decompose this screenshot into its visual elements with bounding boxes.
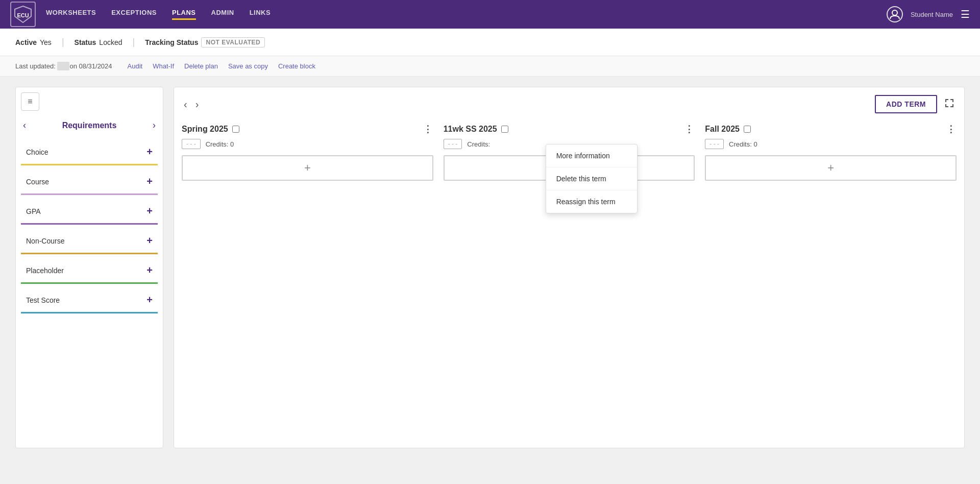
req-gpa-add-button[interactable]: +	[146, 205, 153, 217]
active-label: Active	[15, 38, 37, 46]
term-spring-header: Spring 2025 ⋮	[182, 124, 433, 135]
terms-right-actions: ADD TERM	[875, 95, 957, 113]
term-fall-header: Fall 2025 ⋮	[705, 124, 957, 135]
req-course-add-button[interactable]: +	[146, 176, 153, 187]
term-fall-title-area: Fall 2025	[705, 125, 751, 134]
audit-link[interactable]: Audit	[128, 62, 143, 70]
nav-username: Student Name	[911, 11, 953, 18]
term-fall-credits-row: - - - Credits: 0	[705, 139, 957, 149]
term-11wk-menu-dots[interactable]: ⋮	[684, 124, 695, 135]
ecu-logo: ECU	[10, 2, 36, 27]
terms-header: ‹ › ADD TERM	[182, 95, 957, 113]
term-fall-id-badge: - - -	[705, 139, 724, 149]
req-item-placeholder: Placeholder +	[21, 258, 158, 284]
term-11wk-title-area: 11wk SS 2025	[444, 125, 508, 134]
req-testscore-add-button[interactable]: +	[146, 294, 153, 306]
terms-prev-arrow[interactable]: ‹	[182, 96, 189, 112]
top-nav: ECU WORKSHEETS EXCEPTIONS PLANS ADMIN LI…	[0, 0, 980, 29]
term-11wk-ss-2025: 11wk SS 2025 ⋮ - - - Credits: + More inf…	[444, 124, 695, 181]
nav-exceptions[interactable]: EXCEPTIONS	[111, 9, 157, 20]
req-item-noncourse: Non-Course +	[21, 229, 158, 254]
term-spring-add-course-button[interactable]: +	[182, 155, 433, 181]
status-bar: Active Yes | Status Locked | Tracking St…	[0, 29, 980, 56]
last-updated-bar: Last updated: on 08/31/2024 Audit What-I…	[0, 56, 980, 77]
status-value: Locked	[99, 38, 122, 46]
term-fall-title: Fall 2025	[705, 125, 740, 134]
req-placeholder-add-button[interactable]: +	[146, 264, 153, 276]
tracking-status: Tracking Status NOT EVALUATED	[145, 37, 265, 47]
term-spring-credits: Credits: 0	[206, 140, 234, 148]
terms-next-arrow[interactable]: ›	[193, 96, 201, 112]
last-updated-username	[57, 62, 69, 70]
nav-right: Student Name ☰	[887, 6, 970, 22]
nav-links: WORKSHEETS EXCEPTIONS PLANS ADMIN LINKS	[46, 9, 887, 20]
req-item-testscore: Test Score +	[21, 288, 158, 313]
term-11wk-dropdown-menu: More information Delete this term Reassi…	[546, 144, 638, 213]
requirements-next-arrow[interactable]: ›	[153, 120, 156, 131]
terms-panel: ‹ › ADD TERM	[174, 87, 965, 448]
nav-plans[interactable]: PLANS	[172, 9, 196, 20]
term-spring-credits-row: - - - Credits: 0	[182, 139, 433, 149]
save-copy-link[interactable]: Save as copy	[228, 62, 268, 70]
ecu-shield-icon: ECU	[14, 5, 32, 23]
what-if-link[interactable]: What-If	[153, 62, 174, 70]
create-block-link[interactable]: Create block	[278, 62, 315, 70]
status-divider-2: |	[133, 37, 135, 47]
dropdown-reassign-term[interactable]: Reassign this term	[546, 190, 637, 213]
nav-admin[interactable]: ADMIN	[211, 9, 234, 20]
last-updated-text: Last updated: on 08/31/2024	[15, 62, 112, 70]
locked-status: Status Locked	[75, 38, 122, 46]
req-item-choice: Choice +	[21, 140, 158, 165]
req-placeholder-label: Placeholder	[26, 267, 64, 275]
term-fall-menu-dots[interactable]: ⋮	[946, 124, 957, 135]
terms-grid: Spring 2025 ⋮ - - - Credits: 0 +	[182, 124, 957, 181]
action-links: Audit What-If Delete plan Save as copy C…	[128, 62, 315, 70]
term-11wk-id-badge: - - -	[444, 139, 462, 149]
status-divider-1: |	[62, 37, 64, 47]
delete-plan-link[interactable]: Delete plan	[184, 62, 218, 70]
req-item-gpa: GPA +	[21, 199, 158, 225]
active-status: Active Yes	[15, 38, 52, 46]
svg-point-2	[892, 10, 897, 15]
hamburger-menu-icon[interactable]: ☰	[961, 8, 970, 20]
term-spring-title: Spring 2025	[182, 125, 228, 134]
req-item-course: Course +	[21, 170, 158, 195]
nav-links-item[interactable]: LINKS	[250, 9, 271, 20]
req-noncourse-add-button[interactable]: +	[146, 235, 153, 247]
dropdown-more-info[interactable]: More information	[546, 144, 637, 167]
add-term-button[interactable]: ADD TERM	[875, 95, 937, 113]
terms-nav: ‹ ›	[182, 96, 201, 112]
dropdown-delete-term[interactable]: Delete this term	[546, 167, 637, 190]
requirements-nav: ‹ Requirements ›	[21, 116, 158, 135]
user-avatar-icon[interactable]	[887, 6, 903, 22]
req-gpa-label: GPA	[26, 207, 41, 215]
term-spring-checkbox[interactable]	[232, 126, 239, 133]
requirements-prev-arrow[interactable]: ‹	[23, 120, 26, 131]
active-value: Yes	[40, 38, 52, 46]
req-choice-label: Choice	[26, 148, 48, 156]
menu-lines-icon: ≡	[28, 97, 32, 106]
fullscreen-icon[interactable]	[942, 96, 957, 113]
panel-menu-button[interactable]: ≡	[21, 92, 39, 111]
term-11wk-credits: Credits:	[467, 140, 490, 148]
term-spring-menu-dots[interactable]: ⋮	[423, 124, 433, 135]
term-spring-title-area: Spring 2025	[182, 125, 239, 134]
tracking-label: Tracking Status	[145, 38, 198, 46]
term-spring-id-badge: - - -	[182, 139, 201, 149]
user-icon	[889, 9, 900, 20]
term-11wk-title: 11wk SS 2025	[444, 125, 497, 134]
term-fall-credits: Credits: 0	[729, 140, 757, 148]
term-11wk-checkbox[interactable]	[501, 126, 508, 133]
svg-text:ECU: ECU	[17, 12, 29, 18]
term-fall-checkbox[interactable]	[744, 126, 751, 133]
nav-worksheets[interactable]: WORKSHEETS	[46, 9, 96, 20]
req-choice-add-button[interactable]: +	[146, 146, 153, 158]
term-fall-add-course-button[interactable]: +	[705, 155, 957, 181]
req-testscore-label: Test Score	[26, 296, 60, 304]
req-course-label: Course	[26, 178, 49, 186]
last-updated-date: on 08/31/2024	[69, 62, 112, 70]
expand-icon	[944, 98, 954, 108]
main-content: ≡ ‹ Requirements › Choice + Course + GPA…	[0, 77, 980, 458]
last-updated-label: Last updated:	[15, 62, 56, 70]
term-fall-2025: Fall 2025 ⋮ - - - Credits: 0 +	[705, 124, 957, 181]
